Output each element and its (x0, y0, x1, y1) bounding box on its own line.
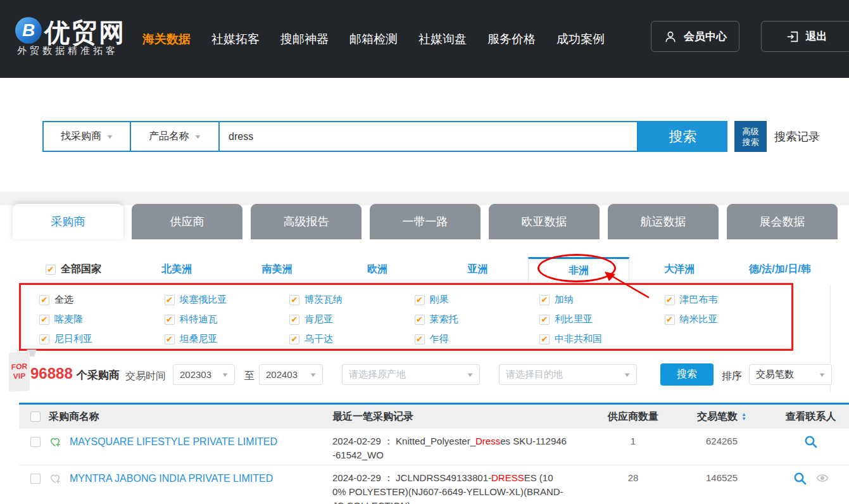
viewed-eye-icon[interactable] (815, 471, 829, 485)
tab-suppliers[interactable]: 供应商 (132, 204, 242, 239)
logout-button[interactable]: 退出 (761, 21, 849, 52)
checkbox-checked-icon[interactable]: ✔ (665, 295, 675, 305)
result-count-number: 96888 (30, 365, 73, 382)
nav-item-customs-data[interactable]: 海关数据 (142, 31, 191, 47)
destination-select[interactable]: 请选择目的地 ▼ (499, 364, 637, 385)
country-ethiopia[interactable]: ✔埃塞俄比亚 (165, 294, 290, 306)
buyer-name-link[interactable]: MAYSQUARE LIFESTYLE PRIVATE LIMITED (70, 436, 277, 448)
tab-belt-and-road[interactable]: 一带一路 (370, 204, 481, 239)
search-history-link[interactable]: 搜索记录 (774, 129, 820, 144)
checkbox-checked-icon[interactable]: ✔ (415, 315, 425, 325)
country-kenya[interactable]: ✔肯尼亚 (289, 313, 415, 325)
chevron-down-icon: ▼ (818, 372, 826, 378)
country-label: 科特迪瓦 (180, 313, 218, 325)
country-cote-divoire[interactable]: ✔科特迪瓦 (165, 313, 290, 325)
country-namibia[interactable]: ✔纳米比亚 (665, 313, 790, 325)
checkbox-checked-icon[interactable]: ✔ (289, 295, 299, 305)
region-tab-south-america[interactable]: 南美洲 (227, 257, 327, 282)
search-input[interactable] (220, 122, 637, 151)
all-countries-checkbox[interactable]: ✔ 全部国家 (19, 257, 127, 282)
country-lesotho[interactable]: ✔莱索托 (415, 313, 540, 325)
nav-item-email-check[interactable]: 邮箱检测 (349, 31, 398, 47)
nav-item-success-cases[interactable]: 成功案例 (557, 31, 605, 47)
checkbox-checked-icon[interactable]: ✔ (39, 295, 49, 305)
header-transaction-count: 交易笔数 (697, 410, 738, 424)
time-to-select[interactable]: 202403 ▼ (259, 364, 323, 385)
buyer-name-link[interactable]: MYNTRA JABONG INDIA PRIVATE LIMITED (70, 473, 273, 484)
tab-band (0, 192, 849, 205)
buyers-table: 采购商名称 最近一笔采购记录 供应商数量 交易笔数 ▲ ▼ 查看联系人 MAYS… (19, 403, 849, 504)
region-tab-oceania[interactable]: 大洋洲 (629, 257, 729, 282)
country-congo[interactable]: ✔刚果 (415, 294, 540, 306)
result-count: 96888个采购商 (30, 365, 120, 382)
country-nigeria[interactable]: ✔尼日利亚 (39, 333, 165, 345)
search-button[interactable]: 搜索 (638, 121, 727, 152)
search-field-select[interactable]: 产品名称 ▼ (131, 122, 220, 151)
filter-search-button[interactable]: 搜索 (660, 363, 714, 386)
logout-label: 退出 (806, 29, 827, 44)
region-tab-north-america[interactable]: 北美洲 (127, 257, 227, 282)
top-navbar: B 优贸网 外贸数据精准拓客 海关数据 社媒拓客 搜邮神器 邮箱检测 社媒询盘 … (0, 0, 849, 78)
country-chad[interactable]: ✔乍得 (415, 333, 540, 345)
sort-desc-icon[interactable]: ▼ (741, 417, 746, 421)
select-all-checkbox[interactable] (30, 412, 41, 422)
tab-eurasia-data[interactable]: 欧亚数据 (489, 204, 600, 239)
country-botswana[interactable]: ✔博茨瓦纳 (289, 294, 415, 306)
checkbox-checked-icon[interactable]: ✔ (165, 315, 175, 325)
checkbox-checked-icon[interactable]: ✔ (165, 295, 175, 305)
origin-select[interactable]: 请选择原产地 ▼ (342, 364, 480, 385)
country-select-all[interactable]: ✔全选 (39, 294, 165, 306)
sort-toggle-icon[interactable]: ▲ ▼ (741, 412, 746, 421)
country-label: 中非共和国 (555, 333, 602, 345)
time-from-select[interactable]: 202303 ▼ (173, 364, 235, 385)
checkbox-checked-icon[interactable]: ✔ (539, 295, 550, 305)
country-cameroon[interactable]: ✔喀麦隆 (39, 313, 165, 325)
chevron-down-icon: ▼ (106, 134, 113, 140)
country-liberia[interactable]: ✔利比里亚 (539, 313, 665, 325)
country-label: 博茨瓦纳 (305, 294, 343, 306)
nav-item-social-leads[interactable]: 社媒拓客 (211, 31, 260, 47)
checkbox-checked-icon[interactable]: ✔ (415, 334, 425, 344)
advanced-search-button[interactable]: 高级 搜索 (734, 121, 767, 152)
checkbox-checked-icon[interactable]: ✔ (289, 334, 299, 344)
tab-exhibition-data[interactable]: 展会数据 (727, 204, 838, 239)
member-center-button[interactable]: 会员中心 (651, 21, 739, 52)
checkbox-checked-icon[interactable]: ✔ (46, 265, 56, 275)
country-ghana[interactable]: ✔加纳 (539, 294, 665, 306)
checkbox-checked-icon[interactable]: ✔ (39, 334, 49, 344)
nav-item-email-finder[interactable]: 搜邮神器 (280, 31, 329, 47)
tab-advanced-report[interactable]: 高级报告 (251, 204, 362, 239)
search-type-select[interactable]: 找采购商 ▼ (44, 122, 131, 151)
checkbox-checked-icon[interactable]: ✔ (539, 334, 550, 344)
checkbox-checked-icon[interactable]: ✔ (39, 315, 49, 325)
country-central-african-republic[interactable]: ✔中非共和国 (539, 333, 665, 345)
region-tab-europe[interactable]: 欧洲 (327, 257, 427, 282)
region-tab-asia[interactable]: 亚洲 (427, 257, 527, 282)
row-checkbox[interactable] (30, 437, 41, 447)
view-contact-icon[interactable] (803, 434, 819, 450)
checkbox-checked-icon[interactable]: ✔ (165, 334, 175, 344)
sort-select[interactable]: 交易笔数 ▼ (749, 364, 832, 385)
region-tab-de-fr-ca-jp-kr[interactable]: 德/法/加/日/韩 (730, 257, 830, 282)
tab-shipping-data[interactable]: 航运数据 (608, 204, 719, 239)
logo-tagline: 外贸数据精准拓客 (17, 45, 118, 57)
supplier-count: 28 (595, 465, 671, 504)
country-label: 刚果 (430, 294, 449, 306)
tab-buyers[interactable]: 采购商 (13, 204, 123, 239)
checkbox-checked-icon[interactable]: ✔ (539, 315, 550, 325)
checkbox-checked-icon[interactable]: ✔ (289, 315, 299, 325)
country-uganda[interactable]: ✔乌干达 (289, 333, 415, 345)
checkbox-checked-icon[interactable]: ✔ (415, 295, 425, 305)
favorite-add-icon[interactable] (49, 436, 61, 448)
country-label: 乌干达 (305, 333, 333, 345)
search-box: 找采购商 ▼ 产品名称 ▼ (42, 121, 638, 152)
favorite-add-icon[interactable] (49, 472, 61, 485)
nav-item-pricing[interactable]: 服务价格 (487, 31, 536, 47)
view-contact-icon[interactable] (793, 471, 808, 486)
nav-item-social-inquiry[interactable]: 社媒询盘 (418, 31, 467, 47)
country-tanzania[interactable]: ✔坦桑尼亚 (165, 333, 290, 345)
country-zimbabwe[interactable]: ✔津巴布韦 (665, 294, 790, 306)
region-tab-africa[interactable]: 非洲 (528, 257, 629, 282)
row-checkbox[interactable] (30, 474, 41, 484)
checkbox-checked-icon[interactable]: ✔ (665, 315, 675, 325)
